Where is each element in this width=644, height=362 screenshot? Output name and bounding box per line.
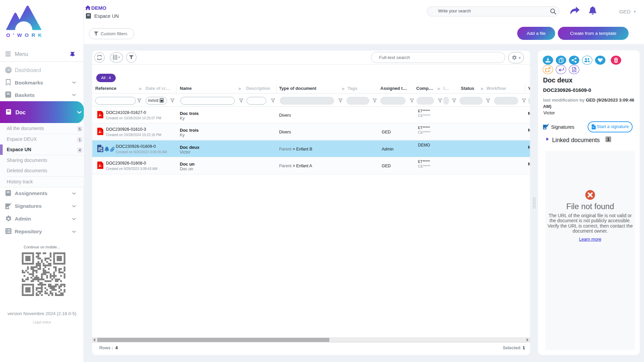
svg-text:O'WORK: O'WORK xyxy=(6,33,45,38)
svg-text:W: W xyxy=(100,149,103,152)
